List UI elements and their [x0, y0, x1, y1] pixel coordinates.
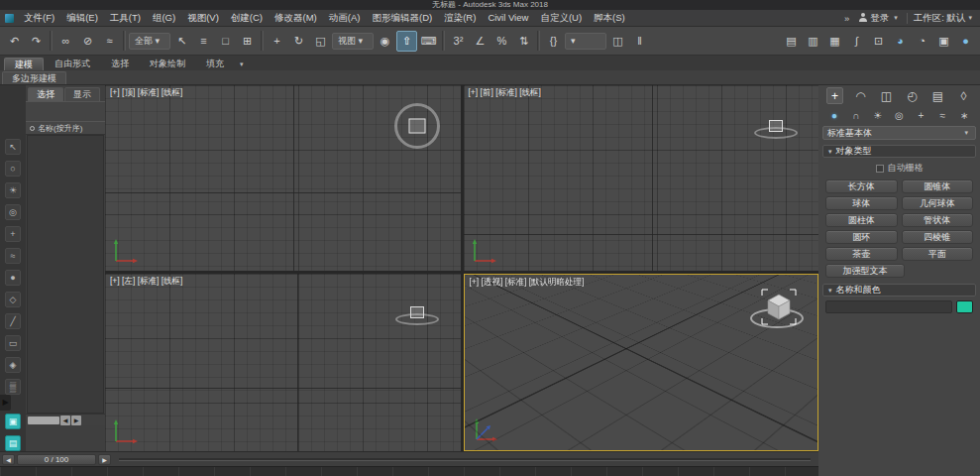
angle-snap-icon[interactable]: ∠	[470, 31, 490, 52]
object-type-button[interactable]: 球体	[825, 196, 898, 210]
select-and-link-icon[interactable]: ∞	[55, 31, 76, 52]
spacewarps-category-icon[interactable]: ≈	[935, 108, 949, 122]
chevron-down-icon[interactable]: ▾	[961, 129, 971, 137]
chevron-down-icon[interactable]: ▾	[965, 14, 975, 22]
object-type-button[interactable]: 平面	[902, 247, 974, 261]
undo-icon[interactable]: ↶	[4, 31, 25, 52]
menu-item[interactable]: 文件(F)	[18, 12, 60, 25]
material-editor-icon[interactable]: ◕	[890, 31, 911, 52]
edit-named-selection-icon[interactable]: {}	[543, 31, 564, 52]
object-type-button[interactable]: 加强型文本	[825, 264, 905, 278]
viewport-perspective[interactable]: [+] [透视] [标准] [默认明暗处理]	[464, 274, 819, 451]
explorer-tab[interactable]: 选择	[28, 87, 63, 101]
scene-explorer-toggle-icon[interactable]: ▤	[781, 31, 802, 52]
ribbon-toggle-icon[interactable]: ▦	[824, 31, 845, 52]
object-type-button[interactable]: 圆锥体	[902, 179, 974, 193]
viewport-label[interactable]: [+] [透视] [标准] [默认明暗处理]	[470, 277, 585, 289]
object-type-button[interactable]: 几何球体	[902, 196, 974, 210]
modify-tab-icon[interactable]: ◠	[852, 87, 869, 104]
spinner-snap-icon[interactable]: ⇅	[513, 31, 534, 52]
menu-item[interactable]: 组(G)	[147, 12, 181, 25]
render-production-icon[interactable]: ●	[955, 31, 976, 52]
menu-item[interactable]: Civil View	[482, 12, 534, 25]
scroll-right-button[interactable]: ▶	[71, 416, 81, 425]
menu-item[interactable]: 自定义(U)	[534, 12, 588, 25]
rollout-name-and-color[interactable]: ▾ 名称和颜色	[822, 284, 976, 297]
select-and-move-icon[interactable]: +	[267, 31, 287, 52]
select-and-scale-icon[interactable]: ◱	[310, 31, 331, 52]
time-slider-track[interactable]	[119, 458, 811, 461]
workspace-selector[interactable]: 工作区: 默认	[914, 12, 966, 25]
shapes-category-icon[interactable]: ∩	[849, 108, 863, 122]
app-icon[interactable]	[5, 14, 14, 23]
menu-overflow-chevron[interactable]: »	[838, 13, 855, 24]
menu-item[interactable]: 图形编辑器(D)	[366, 12, 438, 25]
strip-show-all-icon[interactable]: ○	[5, 161, 21, 177]
rendered-frame-icon[interactable]: ▣	[933, 31, 954, 52]
ribbon-tab[interactable]: 填充	[196, 58, 234, 70]
strip-shapes-icon[interactable]: ◇	[5, 292, 21, 307]
object-type-button[interactable]: 圆柱体	[825, 213, 898, 227]
signin-button[interactable]: 登录	[870, 12, 891, 25]
viewport-label[interactable]: [+] [前] [标准] [线框]	[469, 87, 541, 99]
select-object-icon[interactable]: ↖	[171, 31, 192, 52]
object-type-button[interactable]: 圆环	[825, 230, 898, 244]
bind-to-space-warp-icon[interactable]: ≈	[99, 31, 120, 52]
explorer-list[interactable]	[27, 135, 104, 414]
geometry-category-icon[interactable]: ●	[827, 108, 841, 122]
viewport-front[interactable]: [+] [前] [标准] [线框]	[464, 85, 819, 271]
selection-region-icon[interactable]: □	[215, 31, 236, 52]
explorer-sort-header[interactable]: 名称(按升序)	[26, 121, 105, 135]
window-titlebar[interactable]: 无标题 - Autodesk 3ds Max 2018	[0, 0, 980, 10]
lights-category-icon[interactable]: ☀	[871, 108, 885, 122]
menu-item[interactable]: 创建(C)	[225, 12, 269, 25]
helpers-category-icon[interactable]: +	[914, 108, 927, 122]
object-type-button[interactable]: 茶壶	[825, 247, 898, 261]
track-bar[interactable]	[0, 466, 818, 476]
redo-icon[interactable]: ↷	[26, 31, 47, 52]
object-type-button[interactable]: 四棱锥	[902, 230, 974, 244]
menu-item[interactable]: 修改器(M)	[269, 12, 323, 25]
explorer-scrollbar[interactable]: ◀ ▶	[26, 414, 105, 425]
use-pivot-center-icon[interactable]: ◉	[375, 31, 395, 52]
menu-item[interactable]: 渲染(R)	[438, 12, 482, 25]
menu-item[interactable]: 视图(V)	[181, 12, 225, 25]
window-crossing-icon[interactable]: ⊞	[237, 31, 258, 52]
ribbon-tab[interactable]: 对象绘制	[140, 58, 195, 70]
named-selection-dropdown[interactable]: ▾	[565, 33, 606, 50]
viewport-label[interactable]: [+] [顶] [标准] [线框]	[110, 87, 182, 99]
chevron-down-icon[interactable]: ▾	[891, 14, 901, 22]
strip-lights-icon[interactable]: ☀	[5, 182, 21, 198]
object-color-swatch[interactable]	[956, 300, 973, 313]
flyout-arrow-icon[interactable]: ▶	[0, 395, 11, 411]
scrollbar-thumb[interactable]	[28, 416, 59, 424]
explorer-tab[interactable]: 显示	[64, 87, 100, 101]
cameras-category-icon[interactable]: ◎	[892, 108, 906, 122]
previous-frame-button[interactable]: ◀	[2, 454, 15, 465]
ribbon-tab[interactable]: 建模	[4, 58, 44, 70]
ribbon-panel-tab-polygon-modeling[interactable]: 多边形建模	[2, 71, 66, 84]
keyboard-override-icon[interactable]: ⌨	[418, 31, 439, 52]
viewport-top[interactable]: [+] [顶] [标准] [线框]	[105, 85, 461, 271]
display-tab-icon[interactable]: ▤	[929, 87, 946, 104]
strip-containers-icon[interactable]: ▭	[5, 335, 21, 351]
hierarchy-tab-icon[interactable]: ◫	[878, 87, 895, 104]
subcategory-dropdown[interactable]: 标准基本体 ▾	[822, 126, 976, 140]
utilities-tab-icon[interactable]: ◊	[955, 87, 972, 104]
layer-explorer-toggle-icon[interactable]: ▥	[803, 31, 823, 52]
ribbon-more-caret-icon[interactable]: ▾	[234, 60, 250, 70]
scroll-left-button[interactable]: ◀	[60, 416, 70, 425]
mirror-icon[interactable]: ◫	[607, 31, 628, 52]
time-slider-button[interactable]: 0 / 100	[17, 454, 96, 465]
unlink-selection-icon[interactable]: ⊘	[77, 31, 98, 52]
create-tab-icon[interactable]: +	[826, 87, 843, 104]
reference-coordinate-dropdown[interactable]: 视图 ▾	[332, 33, 374, 50]
scene-object-box[interactable]	[744, 277, 814, 340]
next-frame-button[interactable]: ▶	[98, 454, 111, 465]
viewport-label[interactable]: [+] [左] [标准] [线框]	[110, 276, 182, 288]
align-icon[interactable]: ‖	[629, 31, 650, 52]
strip-container-teal-icon[interactable]: ▣	[5, 414, 21, 429]
strip-bones-icon[interactable]: ╱	[5, 313, 21, 329]
render-setup-icon[interactable]: ◔	[912, 31, 932, 52]
select-by-name-icon[interactable]: ≡	[193, 31, 214, 52]
